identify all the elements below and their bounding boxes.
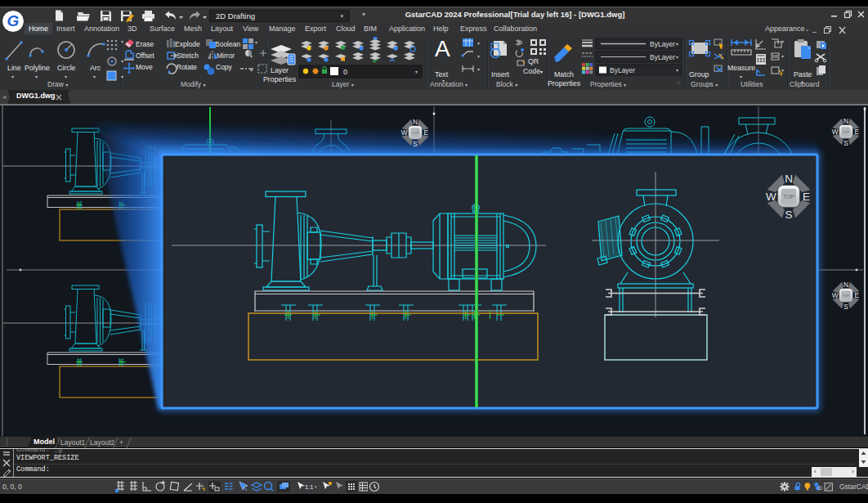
- svg-text:1:1: 1:1: [305, 483, 313, 491]
- svg-text:▾: ▾: [121, 59, 123, 64]
- svg-text:▾: ▾: [676, 42, 678, 47]
- svg-text:▾: ▾: [315, 484, 317, 489]
- svg-text:ByLayer: ByLayer: [650, 40, 675, 48]
- svg-text:▾: ▾: [121, 39, 123, 44]
- svg-text:▾: ▾: [781, 68, 784, 73]
- svg-text:▾: ▾: [250, 54, 253, 59]
- svg-text:▾: ▾: [781, 39, 784, 44]
- svg-text:▾: ▾: [477, 41, 480, 46]
- svg-text:ByLayer: ByLayer: [650, 53, 675, 61]
- svg-text:▾: ▾: [250, 68, 253, 73]
- svg-text:ByLayer: ByLayer: [610, 66, 635, 74]
- svg-text:▾: ▾: [676, 68, 678, 73]
- svg-text:▾: ▾: [415, 70, 418, 74]
- svg-text:▾: ▾: [781, 54, 784, 59]
- svg-text:▾: ▾: [255, 40, 257, 45]
- svg-text:▾: ▾: [121, 74, 123, 79]
- svg-text:0: 0: [343, 68, 347, 76]
- svg-text:▾: ▾: [477, 54, 480, 59]
- svg-text:▾: ▾: [477, 67, 480, 72]
- svg-text:▾: ▾: [676, 55, 678, 60]
